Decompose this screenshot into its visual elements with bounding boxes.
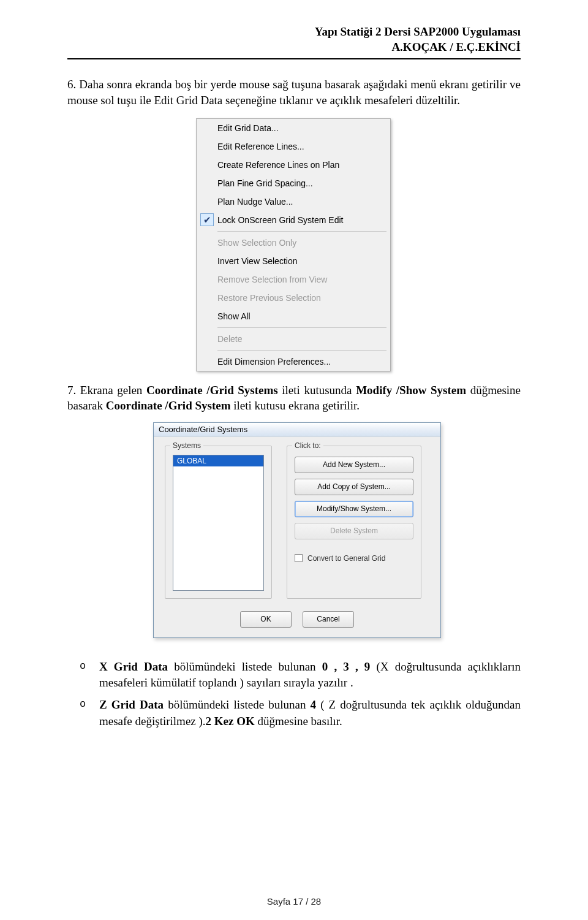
b1-b: bölümündeki listede bulunan	[168, 660, 322, 673]
menu-item[interactable]: Show All	[197, 307, 390, 325]
header-line1: Yapı Statiği 2 Dersi SAP2000 Uygulaması	[67, 25, 521, 40]
menu-item-gutter	[197, 289, 217, 307]
menu-item-label: Remove Selection from View	[217, 275, 382, 284]
list-item[interactable]: GLOBAL	[173, 455, 263, 466]
clickto-fieldset: Click to: Add New System... Add Copy of …	[287, 446, 421, 599]
delete-system-button: Delete System	[295, 523, 413, 539]
cancel-button[interactable]: Cancel	[303, 611, 354, 628]
list-item: Z Grid Data bölümündeki listede bulunan …	[67, 697, 521, 729]
p7-a: 7. Ekrana gelen	[67, 384, 146, 397]
menu-item: Remove Selection from View	[197, 270, 390, 289]
b1-c: 0 , 3 , 9	[322, 660, 377, 673]
menu-item-label: Show Selection Only	[217, 238, 382, 248]
menu-item[interactable]: Invert View Selection	[197, 252, 390, 270]
menu-item-gutter	[197, 192, 217, 211]
menu-item-gutter	[197, 252, 217, 270]
p7-g: ileti kutusu ekrana getirilir.	[231, 399, 360, 412]
b2-f: düğmesine basılır.	[255, 715, 342, 728]
p7-d: Modify /Show System	[356, 384, 466, 397]
convert-checkbox-row[interactable]: Convert to General Grid	[295, 554, 413, 563]
header-line2: A.KOÇAK / E.Ç.EKİNCİ	[67, 40, 521, 55]
menu-item: Delete	[197, 330, 390, 348]
modify-show-system-button[interactable]: Modify/Show System...	[295, 501, 413, 517]
p7-b: Coordinate /Grid Systems	[146, 384, 278, 397]
systems-fieldset: Systems GLOBAL	[165, 446, 272, 599]
b1-a: X Grid Data	[99, 660, 168, 673]
menu-item-label: Lock OnScreen Grid System Edit	[217, 215, 382, 225]
menu-item-label: Plan Nudge Value...	[217, 197, 382, 207]
systems-listbox[interactable]: GLOBAL	[173, 455, 264, 591]
menu-item[interactable]: Plan Nudge Value...	[197, 192, 390, 211]
menu-item-gutter	[197, 137, 217, 156]
menu-item-label: Edit Reference Lines...	[217, 142, 382, 151]
menu-item[interactable]: Edit Grid Data...	[197, 119, 390, 137]
menu-item: Restore Previous Selection	[197, 289, 390, 307]
ok-button[interactable]: OK	[240, 611, 292, 628]
menu-item-label: Edit Grid Data...	[217, 123, 382, 133]
menu-separator	[217, 327, 386, 328]
check-icon: ✔	[200, 213, 214, 226]
paragraph-6: 6. Daha sonra ekranda boş bir yerde mous…	[67, 77, 521, 108]
clickto-legend: Click to:	[292, 441, 323, 450]
menu-item: Show Selection Only	[197, 234, 390, 252]
menu-item-gutter	[197, 174, 217, 192]
menu-item-label: Edit Dimension Preferences...	[217, 357, 382, 367]
b2-a: Z Grid Data	[99, 698, 164, 711]
paragraph-7: 7. Ekrana gelen Coordinate /Grid Systems…	[67, 382, 521, 414]
menu-item-gutter	[197, 352, 217, 371]
b2-e: 2 Kez OK	[206, 715, 255, 728]
menu-item-label: Invert View Selection	[217, 256, 382, 266]
menu-item-gutter	[197, 270, 217, 289]
menu-item-gutter	[197, 119, 217, 137]
coordinate-grid-dialog: Coordinate/Grid Systems Systems GLOBAL C…	[153, 422, 441, 638]
doc-header: Yapı Statiği 2 Dersi SAP2000 Uygulaması …	[67, 25, 521, 55]
menu-item[interactable]: Edit Dimension Preferences...	[197, 352, 390, 371]
menu-item[interactable]: Create Reference Lines on Plan	[197, 156, 390, 174]
list-item: X Grid Data bölümündeki listede bulunan …	[67, 659, 521, 691]
menu-item-gutter	[197, 330, 217, 348]
p7-f: Coordinate /Grid System	[106, 399, 231, 412]
systems-legend: Systems	[170, 441, 203, 450]
menu-item-gutter	[197, 307, 217, 325]
convert-checkbox-label: Convert to General Grid	[307, 554, 385, 563]
menu-item-gutter	[197, 234, 217, 252]
menu-item-label: Plan Fine Grid Spacing...	[217, 178, 382, 188]
menu-separator	[217, 350, 386, 351]
menu-separator	[217, 231, 386, 232]
menu-item[interactable]: Plan Fine Grid Spacing...	[197, 174, 390, 192]
menu-item-label: Show All	[217, 311, 382, 321]
menu-item[interactable]: Edit Reference Lines...	[197, 137, 390, 156]
b2-c: 4	[311, 698, 321, 711]
b2-b: bölümündeki listede bulunan	[164, 698, 311, 711]
header-rule	[67, 58, 521, 59]
context-menu: Edit Grid Data...Edit Reference Lines...…	[196, 118, 391, 371]
dialog-title: Coordinate/Grid Systems	[154, 423, 440, 437]
convert-checkbox[interactable]	[295, 554, 303, 562]
menu-item-label: Delete	[217, 334, 382, 344]
add-copy-system-button[interactable]: Add Copy of System...	[295, 479, 413, 495]
page-number: Sayfa 17 / 28	[0, 896, 588, 907]
menu-item-label: Restore Previous Selection	[217, 293, 382, 303]
add-new-system-button[interactable]: Add New System...	[295, 457, 413, 473]
menu-item[interactable]: ✔Lock OnScreen Grid System Edit	[197, 211, 390, 229]
bullet-list: X Grid Data bölümündeki listede bulunan …	[67, 659, 521, 729]
menu-item-label: Create Reference Lines on Plan	[217, 160, 382, 170]
menu-item-gutter	[197, 156, 217, 174]
p7-c: ileti kutusunda	[278, 384, 356, 397]
menu-item-gutter: ✔	[197, 211, 217, 229]
